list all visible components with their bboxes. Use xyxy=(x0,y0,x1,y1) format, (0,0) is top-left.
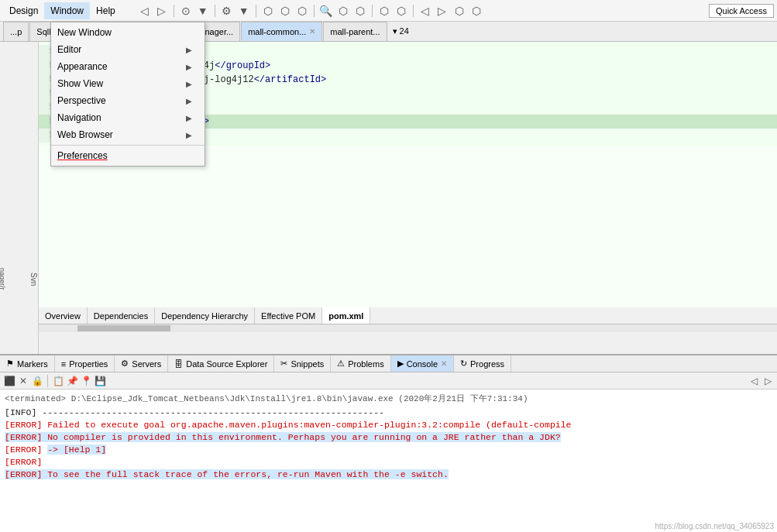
tab-overflow-button[interactable]: ▾ 24 xyxy=(388,22,414,41)
menu-item-navigation[interactable]: Navigation ▶ xyxy=(51,109,205,126)
watermark: https://blog.csdn.net/qq_34065923 xyxy=(655,522,774,530)
bottom-tab-console[interactable]: ▶ Console ✕ xyxy=(391,355,454,372)
toolbar-icon-11[interactable]: ⬡ xyxy=(335,3,351,19)
menu-item-editor[interactable]: Editor ▶ xyxy=(51,41,205,58)
console-error-highlight-5: [ERROR] To see the full stack trace of t… xyxy=(5,469,449,479)
toolbar-icon-7[interactable]: ⬡ xyxy=(260,3,276,19)
svn-label-2: nager/r xyxy=(0,268,6,290)
svn-label-1: Svn xyxy=(29,273,38,286)
menu-window[interactable]: Window xyxy=(44,2,90,19)
console-output: <terminated> D:\Eclipse_Jdk_Tomcat_Netbe… xyxy=(0,390,777,484)
subtab-effective-pom[interactable]: Effective POM xyxy=(255,307,322,324)
console-pin-btn[interactable]: 📍 xyxy=(80,375,92,387)
subtab-dependency-hierarchy[interactable]: Dependency Hierarchy xyxy=(155,307,255,324)
toolbar-icon-1[interactable]: ◁ xyxy=(137,3,153,19)
arrow-icon: ▶ xyxy=(186,46,192,54)
menu-item-label: Web Browser xyxy=(57,129,113,140)
toolbar-icon-4[interactable]: ▼ xyxy=(195,3,211,19)
console-save-btn[interactable]: 💾 xyxy=(94,375,106,387)
toolbar-icon-18[interactable]: ⬡ xyxy=(469,3,484,19)
menu-item-appearance[interactable]: Appearance ▶ xyxy=(51,58,205,75)
bottom-tab-snippets[interactable]: ✂ Snippets xyxy=(274,355,331,372)
servers-icon: ⚙ xyxy=(121,359,129,369)
bottom-tab-datasource[interactable]: 🗄 Data Source Explorer xyxy=(168,355,274,372)
snippets-icon: ✂ xyxy=(280,359,287,369)
toolbar-icon-14[interactable]: ⬡ xyxy=(394,3,409,19)
arrow-icon: ▶ xyxy=(186,131,192,139)
console-scroll-lock-btn[interactable]: 🔒 xyxy=(31,375,43,387)
console-error-line-5: [ERROR] To see the full stack trace of t… xyxy=(5,469,772,481)
toolbar-sep-1 xyxy=(174,5,174,17)
subtab-overview[interactable]: Overview xyxy=(39,307,88,324)
toolbar-icon-6[interactable]: ▼ xyxy=(236,3,252,19)
toolbar-icon-17[interactable]: ⬡ xyxy=(452,3,467,19)
scrollbar-thumb[interactable] xyxy=(77,325,170,331)
arrow-icon: ▶ xyxy=(186,63,192,71)
toolbar-icon-9[interactable]: ⬡ xyxy=(294,3,310,19)
tab-close-icon[interactable]: ✕ xyxy=(309,27,315,36)
menu-item-label: Editor xyxy=(57,44,81,55)
menu-design[interactable]: Design xyxy=(3,2,44,19)
bottom-tab-markers[interactable]: ⚑ Markers xyxy=(0,355,55,372)
menu-item-label: New Window xyxy=(57,27,112,38)
menu-item-perspective[interactable]: Perspective ▶ xyxy=(51,92,205,109)
console-tab-close-icon[interactable]: ✕ xyxy=(441,359,447,368)
console-copy-btn[interactable]: 📋 xyxy=(52,375,64,387)
toolbar-icon-2[interactable]: ▷ xyxy=(154,3,170,19)
menu-item-label: Appearance xyxy=(57,61,108,72)
tab-label: Problems xyxy=(348,359,383,369)
menu-help[interactable]: Help xyxy=(90,2,122,19)
tab-mall-common[interactable]: mall-common... ✕ xyxy=(241,22,322,41)
menu-item-new-window[interactable]: New Window xyxy=(51,24,205,41)
console-toolbar: ⬛ ✕ 🔒 📋 📌 📍 💾 ◁ ▷ xyxy=(0,372,777,390)
toolbar-sep-4 xyxy=(314,5,315,17)
tab-label: Markers xyxy=(17,359,48,369)
console-paste-btn[interactable]: 📌 xyxy=(66,375,78,387)
progress-icon: ↻ xyxy=(460,359,467,369)
tab-label: Progress xyxy=(470,359,504,369)
menu-item-label: Perspective xyxy=(57,95,106,106)
console-clear-btn[interactable]: ✕ xyxy=(17,375,29,387)
bottom-panel: ⚑ Markers ≡ Properties ⚙ Servers 🗄 Data … xyxy=(0,354,777,532)
tab-label: mall-common... xyxy=(248,27,306,36)
markers-icon: ⚑ xyxy=(6,359,14,369)
tab-p[interactable]: ...p xyxy=(3,22,29,41)
toolbar-sep-5 xyxy=(372,5,373,17)
console-sep xyxy=(47,375,48,387)
toolbar-icon-10[interactable]: 🔍 xyxy=(318,3,334,19)
toolbar-icon-16[interactable]: ▷ xyxy=(435,3,450,19)
tab-mall-parent[interactable]: mall-parent... xyxy=(323,22,387,41)
toolbar-icon-15[interactable]: ◁ xyxy=(418,3,433,19)
bottom-tab-progress[interactable]: ↻ Progress xyxy=(454,355,511,372)
toolbar-icon-13[interactable]: ⬡ xyxy=(376,3,392,19)
tab-overflow-label: ▾ 24 xyxy=(393,26,409,36)
quick-access-button[interactable]: Quick Access xyxy=(709,4,774,18)
console-terminated-line: <terminated> D:\Eclipse_Jdk_Tomcat_Netbe… xyxy=(5,393,772,405)
toolbar-icon-5[interactable]: ⚙ xyxy=(219,3,235,19)
bottom-tab-bar: ⚑ Markers ≡ Properties ⚙ Servers 🗄 Data … xyxy=(0,355,777,372)
console-error-highlight-2: [ERROR] No compiler is provided in this … xyxy=(5,432,561,442)
console-prev-btn[interactable]: ◁ xyxy=(748,375,760,387)
menu-item-web-browser[interactable]: Web Browser ▶ xyxy=(51,126,205,143)
toolbar-icon-8[interactable]: ⬡ xyxy=(277,3,293,19)
horizontal-scrollbar[interactable] xyxy=(39,324,777,332)
bottom-tab-properties[interactable]: ≡ Properties xyxy=(55,355,115,372)
console-error-highlight-3: -> [Help 1] xyxy=(47,444,106,455)
console-next-btn[interactable]: ▷ xyxy=(762,375,774,387)
console-error-line-3: [ERROR] -> [Help 1] xyxy=(5,444,772,456)
tab-label: Snippets xyxy=(291,359,324,369)
subtab-dependencies[interactable]: Dependencies xyxy=(88,307,155,324)
console-error-line-1: [ERROR] Failed to execute goal org.apach… xyxy=(5,419,772,431)
bottom-tab-problems[interactable]: ⚠ Problems xyxy=(331,355,390,372)
subtab-pomxml[interactable]: pom.xml xyxy=(322,307,370,324)
menu-item-label: Preferences xyxy=(57,150,108,161)
arrow-icon: ▶ xyxy=(186,97,192,105)
bottom-tab-servers[interactable]: ⚙ Servers xyxy=(115,355,168,372)
menu-item-show-view[interactable]: Show View ▶ xyxy=(51,75,205,92)
menu-item-preferences[interactable]: Preferences xyxy=(51,147,205,164)
toolbar-icon-12[interactable]: ⬡ xyxy=(352,3,368,19)
console-stop-btn[interactable]: ⬛ xyxy=(3,375,15,387)
window-dropdown-menu: New Window Editor ▶ Appearance ▶ Show Vi… xyxy=(50,22,205,166)
toolbar-icon-3[interactable]: ⊙ xyxy=(178,3,194,19)
menu-separator xyxy=(51,145,205,146)
